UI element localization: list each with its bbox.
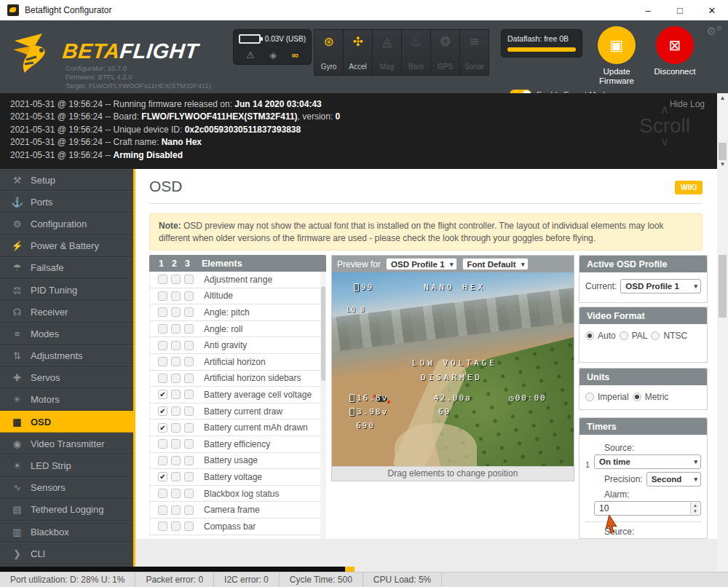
video-format-radio-auto[interactable] — [585, 331, 594, 340]
element-checkbox-p2[interactable] — [171, 275, 181, 284]
sidebar-item-adjustments[interactable]: ⇅Adjustments — [0, 345, 133, 367]
link-icon[interactable]: ∞ — [292, 50, 298, 60]
element-checkbox-p1[interactable] — [158, 307, 167, 317]
element-checkbox-p1[interactable] — [158, 439, 167, 449]
osd-warning-disarmed[interactable]: DISARMED — [421, 373, 483, 382]
element-checkbox-p3[interactable] — [184, 341, 194, 350]
element-checkbox-p2[interactable] — [171, 406, 181, 416]
element-checkbox-p3[interactable] — [184, 439, 194, 449]
timer1-precision-select[interactable]: Second — [646, 472, 701, 486]
log-scrollbar[interactable]: ▲ ▼ — [717, 93, 728, 169]
element-checkbox-p2[interactable] — [171, 456, 181, 465]
element-checkbox-p3[interactable] — [184, 374, 194, 383]
element-checkbox-p1[interactable] — [158, 423, 167, 433]
element-checkbox-p1[interactable] — [158, 505, 167, 515]
sidebar-item-receiver[interactable]: ☊Receiver — [0, 301, 133, 323]
element-checkbox-p1[interactable] — [158, 341, 167, 350]
osd-battery-voltage[interactable]: 16.8v — [349, 393, 388, 403]
sidebar-item-configuration[interactable]: ⚙Configuration — [0, 213, 133, 235]
element-checkbox-p2[interactable] — [171, 521, 181, 531]
element-checkbox-p1[interactable] — [158, 291, 167, 301]
element-checkbox-p1[interactable] — [158, 357, 167, 366]
video-format-radio-pal[interactable] — [620, 331, 628, 340]
element-checkbox-p1[interactable] — [158, 390, 167, 399]
element-checkbox-p1[interactable] — [158, 456, 167, 465]
sidebar-item-tethered-logging[interactable]: ▤Tethered Logging — [0, 499, 133, 521]
content-scrollbar[interactable] — [717, 169, 728, 572]
element-checkbox-p3[interactable] — [184, 275, 194, 284]
sidebar-item-video-transmitter[interactable]: ◉Video Transmitter — [0, 433, 133, 454]
element-checkbox-p2[interactable] — [171, 374, 181, 383]
osd-current-secondary[interactable]: 69 — [438, 407, 451, 417]
element-checkbox-p2[interactable] — [171, 439, 181, 449]
element-checkbox-p2[interactable] — [171, 472, 181, 481]
sidebar-item-motors[interactable]: ✳Motors — [0, 389, 133, 411]
sidebar-item-ports[interactable]: ⚓Ports — [0, 191, 133, 213]
element-checkbox-p1[interactable] — [158, 489, 167, 498]
element-checkbox-p3[interactable] — [184, 291, 194, 301]
sidebar-item-pid-tuning[interactable]: ⚖PID Tuning — [0, 279, 133, 301]
units-radio-imperial[interactable] — [585, 393, 594, 401]
element-checkbox-p3[interactable] — [184, 521, 194, 531]
elements-scrollbar-thumb[interactable] — [321, 286, 325, 381]
element-checkbox-p1[interactable] — [158, 374, 167, 383]
font-select[interactable]: Font Default — [462, 258, 529, 270]
sidebar-item-sensors[interactable]: ∿Sensors — [0, 477, 133, 499]
element-checkbox-p2[interactable] — [171, 307, 181, 317]
video-format-radio-ntsc[interactable] — [651, 331, 660, 340]
osd-mah-drawn[interactable]: 690 — [356, 421, 375, 430]
element-checkbox-p2[interactable] — [171, 489, 181, 498]
disconnect-button[interactable]: ⊠ Disconnect — [652, 26, 697, 76]
osd-rssi-value[interactable]: 99 — [354, 283, 373, 292]
element-checkbox-p2[interactable] — [171, 423, 181, 433]
sidebar-item-servos[interactable]: ✚Servos — [0, 367, 133, 389]
timer1-alarm-input[interactable]: 10 ▲▼ — [594, 501, 701, 516]
element-checkbox-p3[interactable] — [184, 357, 194, 366]
timer2-source-select[interactable]: Total armed time — [594, 538, 701, 539]
sidebar-item-cli[interactable]: ❯CLI — [0, 543, 133, 564]
element-checkbox-p2[interactable] — [171, 357, 181, 366]
wiki-button[interactable]: WIKI — [675, 181, 703, 194]
close-button[interactable]: ✕ — [696, 0, 728, 20]
sidebar-item-setup[interactable]: ⚒Setup — [0, 169, 133, 191]
timer1-source-select[interactable]: On time — [594, 454, 701, 469]
sidebar-item-power-battery[interactable]: ⚡Power & Battery — [0, 235, 133, 257]
content-scrollbar-thumb[interactable] — [719, 255, 727, 318]
active-profile-select[interactable]: OSD Profile 1 — [620, 279, 701, 294]
sidebar-item-failsafe[interactable]: ☂Failsafe — [0, 257, 133, 279]
element-checkbox-p1[interactable] — [158, 521, 167, 531]
minimize-button[interactable]: – — [632, 0, 664, 20]
log-scrollbar-thumb[interactable] — [719, 143, 727, 160]
osd-preview-image[interactable]: 99 NANO HEX LQ 8 LOW VOLTAGE DISARMED 16… — [332, 272, 574, 466]
spinner-arrows-icon[interactable]: ▲▼ — [690, 503, 700, 514]
element-checkbox-p3[interactable] — [184, 390, 194, 399]
element-checkbox-p2[interactable] — [171, 505, 181, 515]
element-checkbox-p3[interactable] — [184, 324, 194, 334]
settings-gear-icon[interactable]: ⚙⚙ — [706, 25, 722, 38]
update-firmware-button[interactable]: ▣ Update Firmware — [594, 26, 639, 86]
maximize-button[interactable]: □ — [664, 0, 696, 20]
element-checkbox-p3[interactable] — [184, 423, 194, 433]
element-checkbox-p3[interactable] — [184, 505, 194, 515]
element-checkbox-p3[interactable] — [184, 406, 194, 416]
osd-current-draw[interactable]: 42.00a — [434, 393, 472, 403]
element-checkbox-p2[interactable] — [171, 341, 181, 350]
element-checkbox-p1[interactable] — [158, 275, 167, 284]
osd-warning-low-voltage[interactable]: LOW VOLTAGE — [412, 358, 497, 368]
element-checkbox-p3[interactable] — [184, 489, 194, 498]
element-checkbox-p1[interactable] — [158, 324, 167, 334]
sidebar-item-led-strip[interactable]: ☀LED Strip — [0, 454, 133, 476]
osd-link-quality[interactable]: LQ 8 — [347, 306, 365, 313]
element-checkbox-p2[interactable] — [171, 291, 181, 301]
elements-scrollbar[interactable] — [320, 272, 326, 539]
osd-profile-select[interactable]: OSD Profile 1 — [386, 258, 457, 270]
osd-cell-voltage[interactable]: 3.98v — [349, 407, 388, 417]
element-checkbox-p3[interactable] — [184, 472, 194, 481]
element-checkbox-p2[interactable] — [171, 324, 181, 334]
element-checkbox-p3[interactable] — [184, 307, 194, 317]
element-checkbox-p1[interactable] — [158, 472, 167, 481]
sidebar-item-osd[interactable]: ▦OSD — [0, 411, 133, 433]
element-checkbox-p3[interactable] — [184, 456, 194, 465]
osd-timer[interactable]: ◷00:00 — [509, 393, 547, 403]
osd-craft-name[interactable]: NANO HEX — [424, 283, 486, 292]
